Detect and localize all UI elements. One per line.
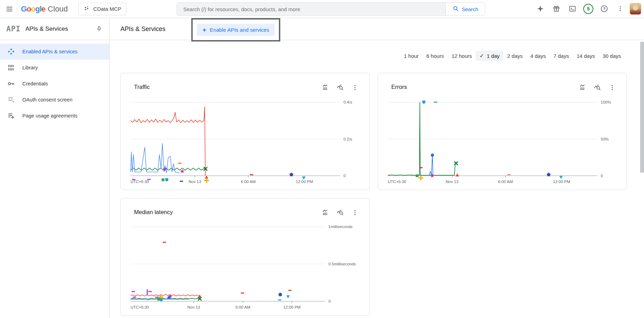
google-logo-word: Google — [21, 5, 45, 14]
time-range-option-label: 30 days — [602, 53, 621, 59]
area-chart-icon[interactable] — [320, 82, 332, 93]
google-cloud-logo[interactable]: Google Cloud — [21, 5, 68, 14]
explore-data-icon[interactable] — [334, 82, 346, 93]
sidebar-item-oauth-consent-screen[interactable]: OAuth consent screen — [0, 92, 109, 108]
svg-text:Nov 13: Nov 13 — [446, 180, 458, 184]
time-range-option-label: 4 days — [531, 53, 546, 59]
card-actions — [577, 82, 618, 93]
time-range-option-12-hours[interactable]: 12 hours — [448, 51, 476, 61]
traffic-chart-canvas: 0.4/s0.2/s0Nov 136:00 AM12:00 PMUTC+5:30 — [131, 102, 373, 192]
sidebar-item-library[interactable]: Library — [0, 60, 109, 76]
errors-chart: 100%50%0Nov 136:00 AM12:00 PMUTC+5:30 — [388, 102, 630, 193]
api-product-logo: API — [6, 25, 21, 33]
top-app-bar: Google Cloud CData MCP Search — [0, 0, 644, 18]
more-vert-icon[interactable] — [349, 207, 361, 219]
errors-card: Errors 100%50%0Nov 136:00 AM12:00 PMUTC+… — [378, 73, 627, 190]
sidebar-item-label: Credentials — [22, 81, 48, 86]
area-chart-icon[interactable] — [320, 207, 332, 219]
enabled-apis-icon — [7, 47, 15, 56]
sidebar-item-credentials[interactable]: Credentials — [0, 76, 109, 92]
card-actions — [320, 207, 361, 219]
user-avatar[interactable] — [630, 3, 641, 15]
project-picker[interactable]: CData MCP — [78, 3, 126, 15]
svg-text:0: 0 — [601, 174, 603, 178]
time-range-option-4-days[interactable]: 4 days — [527, 51, 550, 61]
errors-chart-canvas: 100%50%0Nov 136:00 AM12:00 PMUTC+5:30 — [388, 102, 630, 192]
search-button[interactable]: Search — [445, 3, 485, 15]
time-range-option-2-days[interactable]: 2 days — [503, 51, 526, 61]
page-title: APIs & Services — [120, 25, 165, 33]
svg-text:UTC+5:30: UTC+5:30 — [131, 180, 149, 184]
topbar-actions: 5 ? — [534, 2, 641, 15]
time-range-option-14-days[interactable]: 14 days — [573, 51, 599, 61]
svg-text:50%: 50% — [601, 137, 609, 141]
annotation-highlight-box: + Enable APIs and services — [191, 18, 280, 41]
key-icon — [7, 80, 15, 88]
card-actions — [320, 82, 361, 93]
explore-data-icon[interactable] — [592, 82, 604, 93]
search-bar: Search — [177, 2, 485, 16]
time-range-option-7-days[interactable]: 7 days — [550, 51, 573, 61]
sidebar: Enabled APIs & servicesLibraryCredential… — [0, 40, 110, 318]
svg-text:0.4/s: 0.4/s — [343, 100, 352, 104]
explore-data-icon[interactable] — [334, 207, 346, 219]
svg-text:12:00 PM: 12:00 PM — [553, 180, 570, 184]
agreements-icon — [7, 112, 15, 120]
svg-text:Nov 13: Nov 13 — [187, 305, 200, 309]
svg-text:0.5milliseconds: 0.5milliseconds — [328, 262, 356, 266]
search-input[interactable] — [177, 3, 445, 15]
search-icon — [452, 5, 459, 13]
sidebar-item-label: Enabled APIs & services — [22, 49, 77, 54]
svg-text:100%: 100% — [601, 100, 611, 104]
main-content: 1 hour6 hours12 hours✓1 day2 days4 days7… — [110, 40, 644, 318]
project-picker-icon — [83, 5, 90, 13]
median-latency-chart-canvas: 1milliseconds0.5milliseconds0Nov 136:00 … — [131, 227, 358, 317]
time-range-option-1-hour[interactable]: 1 hour — [400, 51, 423, 61]
svg-text:UTC+5:30: UTC+5:30 — [388, 180, 406, 184]
more-vert-icon[interactable] — [349, 82, 361, 93]
svg-text:6:00 AM: 6:00 AM — [498, 180, 513, 184]
notification-count-badge[interactable]: 5 — [583, 4, 593, 14]
help-icon[interactable]: ? — [598, 2, 611, 15]
time-range-option-1-day[interactable]: ✓1 day — [476, 51, 503, 61]
chart-title: Errors — [391, 84, 407, 90]
time-range-option-label: 1 day — [487, 53, 500, 59]
svg-text:12:00 PM: 12:00 PM — [296, 180, 313, 184]
time-range-option-30-days[interactable]: 30 days — [599, 51, 625, 61]
area-chart-icon[interactable] — [577, 82, 589, 93]
sidebar-item-enabled-apis-services[interactable]: Enabled APIs & services — [0, 44, 109, 60]
check-icon: ✓ — [480, 53, 484, 59]
time-range-option-label: 6 hours — [427, 53, 444, 59]
page-header-row: API APIs & Services APIs & Services + En… — [0, 18, 644, 40]
more-vert-icon[interactable] — [606, 82, 618, 93]
enable-apis-button[interactable]: + Enable APIs and services — [197, 24, 275, 36]
vertical-scrollbar[interactable] — [640, 42, 644, 173]
menu-icon[interactable] — [3, 2, 16, 16]
svg-text:Nov 13: Nov 13 — [188, 180, 201, 184]
svg-text:6:00 AM: 6:00 AM — [241, 180, 256, 184]
library-icon — [7, 63, 15, 72]
time-range-option-6-hours[interactable]: 6 hours — [423, 51, 448, 61]
gift-icon[interactable] — [550, 2, 563, 15]
cloud-shell-icon[interactable] — [566, 2, 579, 15]
search-button-label: Search — [462, 6, 479, 12]
time-range-option-label: 7 days — [554, 53, 569, 59]
time-range-selector: 1 hour6 hours12 hours✓1 day2 days4 days7… — [400, 51, 625, 61]
traffic-card: Traffic 0.4/s0.2/s0Nov 136:00 AM12:00 PM… — [120, 73, 370, 190]
more-vert-icon[interactable] — [614, 2, 627, 15]
sidebar-nav: Enabled APIs & servicesLibraryCredential… — [0, 40, 109, 124]
time-range-option-label: 14 days — [577, 53, 595, 59]
pin-icon[interactable] — [92, 22, 106, 36]
product-header: API APIs & Services — [0, 18, 110, 40]
gemini-sparkle-icon[interactable] — [534, 2, 547, 15]
sidebar-item-label: Library — [22, 65, 38, 70]
median-latency-chart: 1milliseconds0.5milliseconds0Nov 136:00 … — [131, 227, 358, 318]
sidebar-item-label: OAuth consent screen — [22, 97, 72, 103]
product-title: APIs & Services — [25, 25, 68, 32]
svg-text:0: 0 — [328, 299, 331, 303]
svg-text:6:00 AM: 6:00 AM — [236, 305, 250, 309]
page-header: APIs & Services + Enable APIs and servic… — [110, 18, 644, 40]
sidebar-item-page-usage-agreements[interactable]: Page usage agreements — [0, 108, 109, 124]
chart-title: Traffic — [134, 84, 150, 90]
notification-count: 5 — [587, 6, 590, 12]
